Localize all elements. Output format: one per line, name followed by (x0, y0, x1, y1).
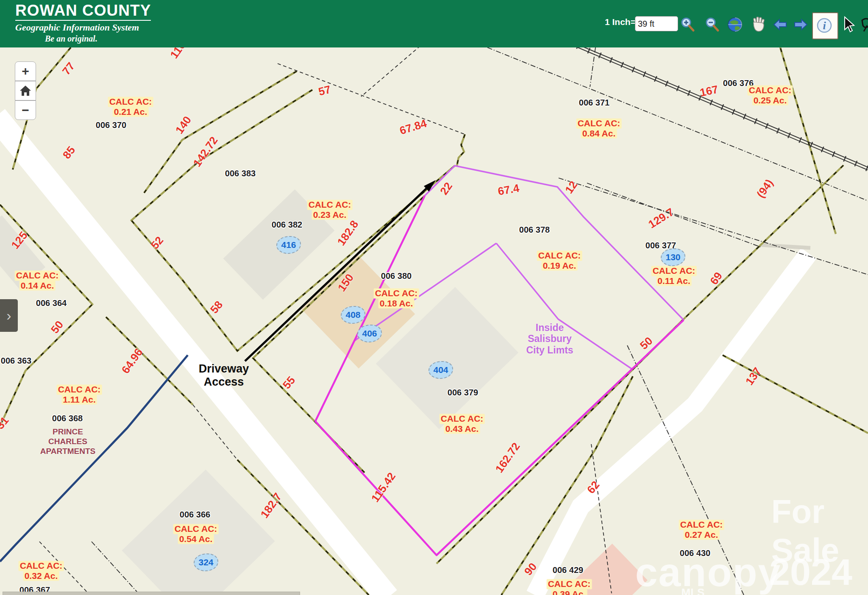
logo-title: ROWAN COUNTY (15, 2, 151, 19)
dimension-label: 150 (335, 271, 356, 294)
parcel-id-label: 006 379 (448, 388, 478, 398)
dimension-label: 167 (699, 83, 720, 99)
calc-acreage-prefix: CALC AC: (576, 118, 622, 128)
address-marker: 324 (194, 553, 218, 571)
rowan-county-logo: ROWAN COUNTY Geographic Information Syst… (15, 2, 151, 44)
logo-subtitle: Geographic Information System (15, 20, 151, 33)
calc-acreage-label: CALC AC:0.32 Ac. (19, 561, 64, 581)
city-limits-label-line: City Limts (526, 345, 573, 356)
parcel-id-label: 006 368 (52, 414, 83, 423)
apartments-label-line: APARTMENTS (40, 446, 96, 456)
scale-input[interactable] (635, 16, 678, 31)
parcel-id-label: 006 364 (36, 298, 67, 308)
address-marker: 404 (428, 361, 453, 379)
map-labels-layer: 771165767.8485140142.7212552585064.96312… (0, 0, 868, 595)
dimension-label: 125 (8, 229, 30, 251)
dimension-label: 50 (637, 334, 655, 352)
calc-acreage-label: CALC AC:0.84 Ac. (576, 118, 622, 138)
calc-acreage-value: 0.84 Ac. (581, 128, 617, 139)
forward-arrow-icon[interactable] (792, 16, 809, 33)
calc-acreage-prefix: CALC AC: (537, 250, 582, 261)
calc-acreage-value: 0.14 Ac. (19, 281, 56, 291)
sidebar-expand-toggle[interactable]: › (0, 299, 18, 332)
calc-acreage-value: 0.23 Ac. (312, 210, 348, 220)
partial-tool-icon[interactable] (860, 16, 868, 33)
calc-acreage-label: CALC AC:0.27 Ac. (679, 520, 724, 539)
calc-acreage-value: 0.54 Ac. (178, 534, 214, 544)
home-icon (20, 86, 31, 96)
calc-acreage-prefix: CALC AC: (307, 200, 353, 210)
back-arrow-icon[interactable] (772, 16, 789, 33)
dimension-label: 85 (60, 144, 78, 161)
dimension-label: 58 (208, 298, 225, 316)
map-zoom-out-button[interactable]: − (15, 100, 36, 120)
address-marker: 406 (357, 325, 382, 342)
parcel-id-label: 006 429 (553, 565, 583, 575)
parcel-id-label: 006 430 (680, 548, 710, 558)
calc-acreage-label: CALC AC:0.39 Ac. (547, 579, 592, 595)
calc-acreage-label: CALC AC:0.14 Ac. (15, 270, 60, 290)
globe-icon[interactable] (726, 16, 743, 33)
address-marker: 416 (276, 236, 301, 254)
logo-tagline: Be an original. (45, 34, 151, 44)
dimension-label: 162.72 (492, 440, 523, 475)
dimension-label: 115.42 (369, 470, 398, 505)
parcel-id-label: 006 382 (272, 220, 302, 230)
calc-acreage-label: CALC AC:0.54 Ac. (173, 524, 219, 544)
calc-acreage-value: 0.11 Ac. (656, 276, 691, 286)
parcel-id-label: 006 371 (579, 98, 609, 108)
calc-acreage-label: CALC AC:0.25 Ac. (748, 85, 793, 105)
dimension-label: 67.84 (398, 117, 428, 138)
dimension-label: 90 (522, 560, 540, 578)
calc-acreage-prefix: CALC AC: (651, 266, 697, 276)
dimension-label: 137 (743, 365, 764, 387)
parcel-id-label: 006 370 (96, 120, 126, 130)
dimension-label: 140 (173, 114, 194, 136)
calc-acreage-prefix: CALC AC: (15, 270, 60, 281)
dimension-label: 22 (437, 180, 455, 197)
dimension-label: 77 (60, 60, 78, 78)
dimension-label: 69 (707, 270, 725, 287)
calc-acreage-prefix: CALC AC: (547, 579, 592, 589)
address-marker: 408 (341, 306, 365, 324)
calc-acreage-prefix: CALC AC: (440, 414, 485, 424)
calc-acreage-label: CALC AC:0.23 Ac. (307, 200, 353, 220)
city-limits-label: InsideSalisburyCity Limts (526, 322, 573, 356)
calc-acreage-label: CALC AC:0.18 Ac. (374, 288, 419, 308)
driveway-access-label-line: Access (199, 375, 249, 389)
calc-acreage-value: 0.32 Ac. (23, 571, 59, 581)
calc-acreage-prefix: CALC AC: (748, 85, 793, 95)
calc-acreage-value: 0.39 Ac. (551, 589, 587, 595)
svg-text:i: i (823, 19, 826, 32)
calc-acreage-prefix: CALC AC: (679, 520, 724, 530)
calc-acreage-prefix: CALC AC: (19, 561, 64, 571)
apartments-label-line: CHARLES (40, 437, 96, 447)
horizontal-scrollbar[interactable] (3, 592, 300, 595)
calc-acreage-label: CALC AC:0.11 Ac. (651, 266, 697, 286)
calc-acreage-prefix: CALC AC: (57, 384, 102, 395)
calc-acreage-value: 0.27 Ac. (684, 530, 720, 540)
zoom-in-icon[interactable] (679, 16, 696, 33)
dimension-label: 67.4 (497, 181, 520, 198)
map-zoom-in-button[interactable]: + (15, 61, 36, 81)
dimension-label: 12 (562, 178, 580, 196)
zoom-out-icon[interactable] (704, 16, 721, 33)
dimension-label: (94) (754, 177, 776, 200)
calc-acreage-label: CALC AC:0.19 Ac. (537, 250, 582, 270)
pointer-cursor-icon[interactable] (841, 16, 858, 33)
calc-acreage-value: 0.18 Ac. (378, 298, 415, 309)
map-home-button[interactable] (15, 81, 36, 100)
parcel-id-label: 006 383 (225, 169, 256, 178)
dimension-label: 55 (280, 374, 298, 392)
identify-info-icon[interactable]: i (816, 17, 833, 34)
parcel-id-label: 006 378 (519, 225, 550, 235)
dimension-label: 57 (317, 83, 332, 98)
city-limits-label-line: Salisbury (526, 334, 573, 345)
dimension-label: 182.7 (258, 490, 285, 520)
calc-acreage-value: 0.19 Ac. (542, 261, 578, 271)
calc-acreage-value: 0.21 Ac. (113, 107, 149, 117)
scale-label: 1 Inch= (605, 17, 636, 27)
pan-hand-icon[interactable] (750, 16, 767, 33)
dimension-label: 182.8 (335, 218, 362, 248)
parcel-id-label: 006 380 (381, 271, 412, 281)
